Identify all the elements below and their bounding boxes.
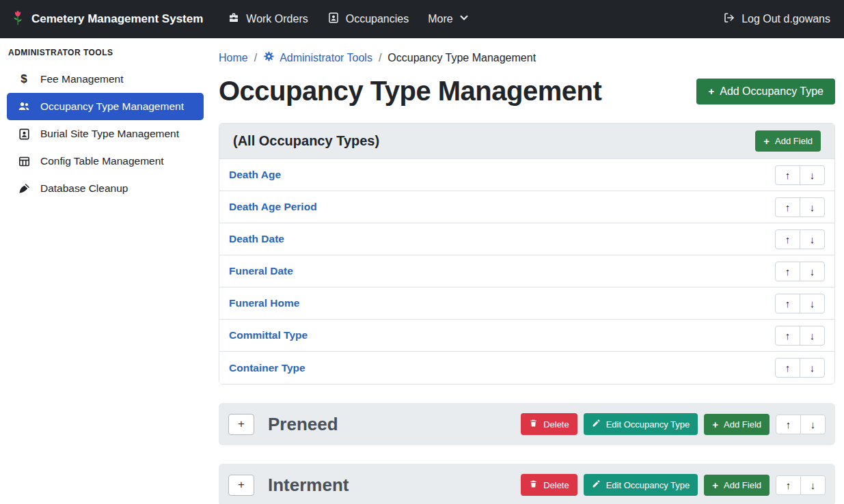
app-brand[interactable]: Cemetery Management System [11,10,203,29]
breadcrumb-current: Occupancy Type Management [387,52,536,64]
field-link[interactable]: Container Type [229,362,305,374]
reorder-group: ↑ ↓ [775,326,825,346]
nav-item-more[interactable]: More [418,8,478,31]
section-actions: Delete Edit Occupancy Type + Add Field ↑… [521,413,826,435]
edit-occupancy-type-button[interactable]: Edit Occupancy Type [584,413,698,435]
tulip-logo-icon [11,10,25,29]
reorder-group: ↑ ↓ [775,229,825,249]
trash-icon [529,419,538,430]
nav-item-label: Work Orders [246,13,308,25]
move-down-button[interactable]: ↓ [800,326,825,346]
field-link[interactable]: Death Age [229,169,281,181]
delete-button[interactable]: Delete [521,474,577,496]
add-field-label: Add Field [724,480,761,490]
add-field-button[interactable]: + Add Field [704,475,770,496]
field-link[interactable]: Death Date [229,233,284,245]
move-down-button[interactable]: ↓ [800,415,826,434]
plus-icon: + [763,136,770,146]
sidebar-item-config-table-management[interactable]: Config Table Management [7,148,204,175]
sidebar: ADMINISTRATOR TOOLS $ Fee Management Occ… [0,38,210,504]
plus-icon: + [238,417,245,431]
sidebar-item-label: Config Table Management [40,155,164,167]
move-up-button[interactable]: ↑ [775,229,800,249]
sidebar-item-label: Database Cleanup [40,182,128,195]
move-down-button[interactable]: ↓ [800,229,825,249]
move-up-button[interactable]: ↑ [775,294,800,313]
arrow-up-icon: ↑ [785,298,791,309]
field-row-death-age-period: Death Age Period ↑ ↓ [219,191,834,223]
add-occupancy-type-label: Add Occupancy Type [720,85,823,98]
users-icon [16,100,31,113]
pencil-icon [592,419,601,430]
toolbox-icon [228,12,240,27]
arrow-down-icon: ↓ [810,266,815,277]
move-down-button[interactable]: ↓ [800,165,825,185]
dollar-icon: $ [16,72,31,86]
field-link[interactable]: Death Age Period [229,201,317,213]
move-up-button[interactable]: ↑ [776,415,801,434]
move-down-button[interactable]: ↓ [800,197,825,217]
arrow-up-icon: ↑ [785,362,791,374]
add-field-label: Add Field [724,419,761,430]
logout-button[interactable]: Log Out d.gowans [720,6,833,32]
arrow-down-icon: ↓ [810,362,815,374]
reorder-group: ↑ ↓ [776,415,826,434]
arrow-down-icon: ↓ [810,234,815,245]
add-occupancy-type-button[interactable]: + Add Occupancy Type [696,79,835,104]
field-link[interactable]: Funeral Home [229,297,299,309]
section-title: Preneed [268,414,338,435]
arrow-down-icon: ↓ [811,479,816,491]
add-field-button[interactable]: + Add Field [704,414,770,435]
move-up-button[interactable]: ↑ [776,475,801,495]
breadcrumb: Home / Administrator Tools / Occupancy T… [219,51,835,65]
delete-button[interactable]: Delete [521,413,577,435]
logout-icon [723,12,735,27]
breadcrumb-home-link[interactable]: Home [219,52,248,64]
delete-label: Delete [543,480,569,490]
sidebar-item-burial-site-type-management[interactable]: Burial Site Type Management [7,120,204,148]
add-field-button[interactable]: + Add Field [755,130,821,152]
portrait-icon [327,12,340,27]
edit-occupancy-type-label: Edit Occupancy Type [606,419,690,430]
field-link[interactable]: Funeral Date [229,265,293,277]
expand-button[interactable]: + [228,475,254,496]
field-link[interactable]: Committal Type [229,329,308,341]
arrow-up-icon: ↑ [785,234,791,245]
field-row-container-type: Container Type ↑ ↓ [219,352,834,384]
page-title: Occupancy Type Management [219,76,601,107]
breadcrumb-admin-tools-link[interactable]: Administrator Tools [263,51,372,65]
move-up-button[interactable]: ↑ [775,326,800,346]
move-up-button[interactable]: ↑ [775,358,800,378]
sidebar-item-fee-management[interactable]: $ Fee Management [7,66,204,93]
delete-label: Delete [543,419,569,430]
sidebar-item-database-cleanup[interactable]: Database Cleanup [7,175,204,202]
gear-icon [263,51,275,65]
breadcrumb-separator: / [379,52,381,64]
main-content: Home / Administrator Tools / Occupancy T… [210,38,844,504]
breadcrumb-separator: / [254,52,257,64]
title-row: Occupancy Type Management + Add Occupanc… [219,76,835,107]
add-field-label: Add Field [775,136,813,146]
move-up-button[interactable]: ↑ [775,197,800,217]
nav-item-work-orders[interactable]: Work Orders [218,6,317,32]
edit-occupancy-type-button[interactable]: Edit Occupancy Type [584,474,698,496]
sidebar-item-label: Burial Site Type Management [40,128,179,140]
section-interment: + Interment Delete Edit Occupancy T [219,464,835,504]
sidebar-item-occupancy-type-management[interactable]: Occupancy Type Management [7,93,204,120]
trash-icon [529,479,538,490]
move-down-button[interactable]: ↓ [800,294,825,313]
move-down-button[interactable]: ↓ [800,358,825,378]
move-up-button[interactable]: ↑ [775,165,800,185]
reorder-group: ↑ ↓ [775,262,825,281]
move-down-button[interactable]: ↓ [800,475,826,495]
section-preneed: + Preneed Delete Edit Occupancy Typ [219,403,835,445]
logout-label: Log Out d.gowans [741,13,830,25]
arrow-up-icon: ↑ [786,419,791,430]
breadcrumb-admin-tools-label: Administrator Tools [280,52,372,64]
section-actions: Delete Edit Occupancy Type + Add Field ↑… [521,474,826,496]
expand-button[interactable]: + [228,414,254,435]
move-down-button[interactable]: ↓ [800,262,825,281]
nav-item-occupancies[interactable]: Occupancies [318,6,419,32]
arrow-up-icon: ↑ [785,266,791,277]
move-up-button[interactable]: ↑ [775,262,800,281]
